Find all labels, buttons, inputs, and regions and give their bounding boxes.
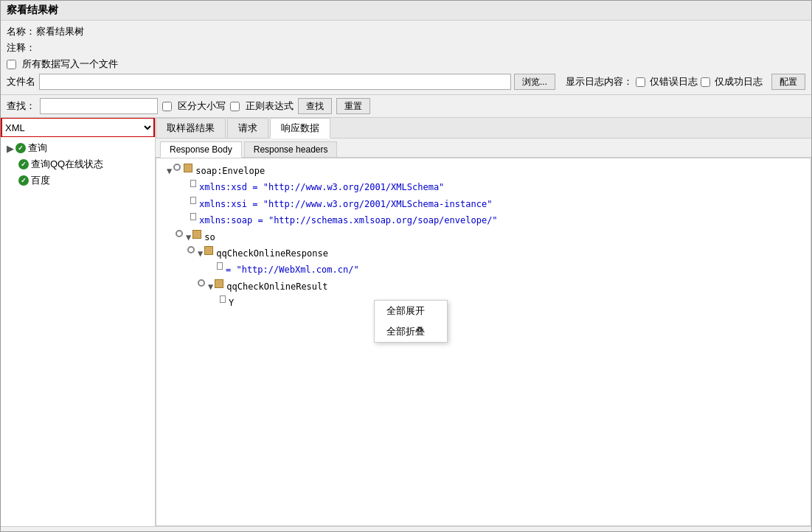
error-log-label: 仅错误日志	[650, 75, 698, 88]
y-label: Y	[229, 295, 234, 310]
content-area: ▼ soap:Envelope xmlns:xsd = "http://www.…	[156, 158, 811, 526]
case-sensitive-label: 区分大小写	[178, 99, 226, 113]
list-item[interactable]: ▶ ✓ 查询	[1, 140, 155, 156]
xml-node-body[interactable]: ▼ so	[161, 229, 806, 245]
root-expand-icon[interactable]: ▼	[167, 164, 172, 178]
error-log-checkbox[interactable]	[636, 77, 645, 87]
file-icon-webxml	[217, 262, 223, 270]
list-item[interactable]: ✓ 查询QQ在线状态	[1, 156, 155, 172]
response-circle-icon	[187, 246, 195, 253]
toolbar: 查找： 区分大小写 正则表达式 查找 重置	[1, 95, 811, 118]
success-log-label: 仅成功日志	[715, 75, 763, 88]
status-icon: ✓	[18, 175, 29, 186]
root-circle-icon	[173, 164, 181, 171]
write-file-row: 所有数据写入一个文件	[7, 56, 805, 72]
title-bar: 察看结果树	[1, 1, 811, 21]
context-menu-expand-all[interactable]: 全部展开	[375, 301, 447, 321]
file-icon-xsd	[190, 180, 196, 187]
format-select[interactable]: XML Text HTML JSON	[2, 119, 153, 136]
config-button[interactable]: 配置	[771, 74, 805, 90]
attr-xsi: xmlns:xsi = "http://www.w3.org/2001/XMLS…	[199, 197, 492, 211]
tabs-row: 取样器结果 请求 响应数据	[156, 118, 811, 139]
name-label: 名称：	[7, 25, 36, 38]
sub-tab-response-body[interactable]: Response Body	[160, 141, 242, 158]
item-label: 查询QQ在线状态	[31, 158, 103, 171]
xml-tree: ▼ soap:Envelope xmlns:xsd = "http://www.…	[161, 163, 806, 312]
name-row: 名称： 察看结果树	[7, 24, 805, 40]
right-panel: 取样器结果 请求 响应数据 Response Body Response hea…	[156, 118, 811, 526]
display-log-label: 显示日志内容：	[566, 75, 633, 88]
bottom-bar	[1, 526, 811, 531]
body-expand-icon[interactable]: ▼	[186, 230, 191, 245]
regex-checkbox[interactable]	[230, 102, 240, 111]
reset-button[interactable]: 重置	[336, 98, 370, 114]
root-folder-icon	[184, 164, 192, 172]
left-panel: XML Text HTML JSON ▶ ✓ 查询 ✓ 查询	[1, 118, 156, 526]
expand-icon[interactable]: ▶	[7, 143, 14, 154]
body-label: so	[204, 230, 215, 245]
tab-request[interactable]: 请求	[227, 118, 268, 138]
sub-tab-response-headers[interactable]: Response headers	[244, 141, 338, 157]
context-menu-collapse-all[interactable]: 全部折叠	[375, 321, 447, 342]
xml-node-root[interactable]: ▼ soap:Envelope	[161, 163, 806, 179]
file-icon-soap-attr	[190, 213, 196, 220]
item-label: 百度	[31, 174, 50, 187]
comment-label: 注释：	[7, 41, 36, 55]
file-name-input[interactable]	[39, 74, 511, 90]
body-circle-icon	[176, 230, 183, 237]
find-button[interactable]: 查找	[298, 98, 332, 114]
tab-response-data[interactable]: 响应数据	[270, 118, 330, 139]
main-content: XML Text HTML JSON ▶ ✓ 查询 ✓ 查询	[1, 118, 811, 526]
tab-sampler-result[interactable]: 取样器结果	[156, 118, 226, 138]
attr-webxml: = "http://WebXml.com.cn/"	[226, 262, 359, 277]
attr-xsd: xmlns:xsd = "http://www.w3.org/2001/XMLS…	[199, 180, 444, 195]
success-log-checkbox[interactable]	[701, 77, 710, 87]
xml-node-response[interactable]: ▼ qqCheckOnlineResponse	[161, 245, 806, 262]
body-folder-icon	[192, 230, 201, 239]
response-label: qqCheckOnlineResponse	[216, 246, 328, 261]
case-sensitive-checkbox[interactable]	[162, 102, 172, 111]
list-item[interactable]: ✓ 百度	[1, 172, 155, 189]
item-label: 查询	[28, 141, 47, 155]
main-window: 察看结果树 名称： 察看结果树 注释： 所有数据写入一个文件 文件名 浏览...…	[0, 0, 812, 532]
xml-node-result[interactable]: ▼ qqCheckOnlineResult	[161, 279, 806, 295]
tree-area: ▶ ✓ 查询 ✓ 查询QQ在线状态 ✓ 百度	[1, 137, 155, 526]
result-expand-icon[interactable]: ▼	[208, 279, 213, 294]
search-label: 查找：	[7, 99, 35, 113]
xml-node-soap-attr: xmlns:soap = "http://schemas.xmlsoap.org…	[161, 212, 806, 228]
browse-button[interactable]: 浏览...	[514, 74, 555, 90]
result-folder-icon	[215, 279, 223, 288]
status-icon: ✓	[15, 143, 26, 153]
response-folder-icon	[204, 246, 213, 255]
comment-row: 注释：	[7, 40, 805, 56]
file-icon-xsi	[190, 197, 196, 204]
xml-node-xsi: xmlns:xsi = "http://www.w3.org/2001/XMLS…	[161, 196, 806, 212]
name-value: 察看结果树	[36, 25, 84, 38]
search-input[interactable]	[40, 98, 158, 114]
context-menu: 全部展开 全部折叠	[374, 300, 448, 343]
xml-node-webxml: = "http://WebXml.com.cn/"	[161, 262, 806, 278]
root-label: soap:Envelope	[195, 164, 265, 178]
form-section: 名称： 察看结果树 注释： 所有数据写入一个文件 文件名 浏览... 显示日志内…	[1, 21, 811, 95]
attr-soap: xmlns:soap = "http://schemas.xmlsoap.org…	[199, 213, 498, 228]
result-circle-icon	[198, 279, 205, 287]
xml-node-xsd: xmlns:xsd = "http://www.w3.org/2001/XMLS…	[161, 179, 806, 195]
window-title: 察看结果树	[7, 4, 58, 15]
regex-label: 正则表达式	[246, 99, 294, 113]
file-name-row: 文件名 浏览... 显示日志内容： 仅错误日志 仅成功日志 配置	[7, 72, 805, 91]
sub-tabs-row: Response Body Response headers	[156, 139, 811, 158]
xml-node-y: Y	[161, 295, 806, 311]
write-file-checkbox[interactable]	[7, 60, 16, 69]
status-icon: ✓	[18, 159, 29, 169]
response-expand-icon[interactable]: ▼	[198, 246, 203, 261]
file-name-label: 文件名	[7, 75, 36, 88]
result-label: qqCheckOnlineResult	[226, 279, 327, 294]
format-selector-header: XML Text HTML JSON	[1, 118, 155, 137]
write-file-label: 所有数据写入一个文件	[22, 57, 118, 71]
file-icon-y	[220, 295, 226, 303]
